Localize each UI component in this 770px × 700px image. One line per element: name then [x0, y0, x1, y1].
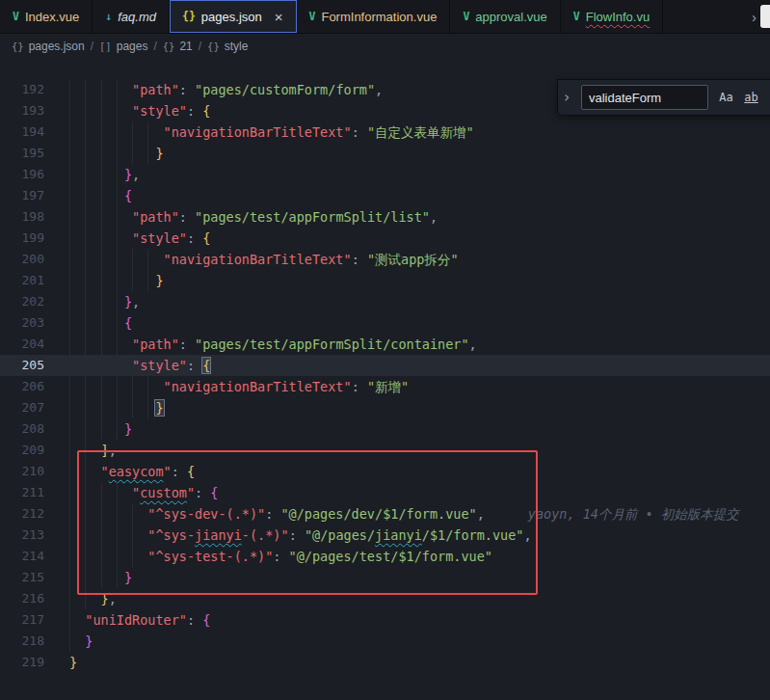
cutoff-panel[interactable]: [760, 5, 770, 28]
whole-word-icon[interactable]: ab: [741, 88, 761, 108]
line-number: 200: [0, 249, 44, 270]
breadcrumb-item-pages-json[interactable]: {}pages.json: [12, 40, 85, 53]
code-token: "pages/customForm/form": [195, 82, 375, 97]
code-line-content[interactable]: "^sys-test-(.*)": "@/pages/test/$1/form.…: [69, 546, 770, 567]
code-line-content[interactable]: "custom": {: [69, 482, 770, 503]
code-token: }: [155, 400, 163, 416]
indent-guide: [147, 397, 148, 418]
code-token: }: [85, 633, 93, 649]
code-line-content[interactable]: }: [69, 270, 770, 291]
indent-guide: [69, 525, 70, 546]
code-token: "style": [132, 103, 187, 119]
code-line-content[interactable]: },: [69, 291, 770, 312]
code-token: {: [202, 358, 210, 373]
code-line-content[interactable]: },: [69, 164, 770, 185]
tab-flowinfo-vu[interactable]: VFlowInfo.vu: [561, 0, 663, 33]
tab-approval-vue[interactable]: Vapproval.vue: [450, 0, 560, 33]
code-line-content[interactable]: }: [69, 652, 770, 673]
symbol-icon: {}: [12, 40, 24, 52]
indent-guide: [117, 228, 118, 249]
tab-bar: VIndex.vue↓faq.md{}pages.json×VFormInfor…: [0, 0, 770, 34]
line-number: 206: [0, 376, 44, 397]
code-line-content[interactable]: ],: [69, 440, 770, 461]
indent-guide: [117, 270, 118, 291]
indent-guide: [85, 121, 86, 143]
code-token: :: [172, 464, 187, 479]
breadcrumb-item-21[interactable]: {}21: [163, 40, 193, 53]
code-token: :: [352, 252, 367, 267]
indent-guide: [69, 482, 70, 503]
chevron-expand-icon[interactable]: ›: [560, 87, 573, 108]
indent-guide: [117, 206, 118, 228]
code-token: {: [124, 315, 132, 331]
indent-guide: [117, 79, 118, 100]
tab-index-vue[interactable]: VIndex.vue: [0, 0, 93, 33]
code-line-content[interactable]: {: [69, 185, 770, 206]
code-line-content[interactable]: "path": "pages/test/appFormSplit/contain…: [69, 334, 770, 355]
code-token: {: [202, 103, 210, 119]
code-line-content[interactable]: "easycom": {: [69, 461, 770, 482]
code-line-content[interactable]: "^sys-jianyi-(.*)": "@/pages/jianyi/$1/f…: [69, 525, 770, 546]
code-line-content[interactable]: "navigationBarTitleText": "新增": [69, 376, 770, 397]
line-number: 197: [0, 185, 44, 206]
line-number: 214: [0, 546, 44, 567]
indent-guide: [85, 503, 86, 525]
code-token: :: [187, 230, 202, 246]
line-number: 194: [0, 121, 44, 143]
indent-guide: [69, 588, 70, 609]
code-line-content[interactable]: "style": {: [69, 228, 770, 249]
breadcrumb-item-style[interactable]: {}style: [207, 40, 248, 53]
code-token: "path": [132, 337, 179, 352]
json-icon: {}: [182, 10, 196, 23]
indent-guide: [85, 376, 86, 397]
indent-guide: [69, 418, 70, 440]
code-line-content[interactable]: }: [69, 567, 770, 588]
indent-guide: [69, 334, 70, 355]
code-line-content[interactable]: "^sys-dev-(.*)": "@/pages/dev/$1/form.vu…: [69, 503, 770, 525]
code-line-content[interactable]: "uniIdRouter": {: [69, 609, 770, 631]
indent-guide: [101, 418, 102, 440]
code-token: :: [273, 549, 288, 564]
line-number: 204: [0, 334, 44, 355]
breadcrumb-label: 21: [179, 40, 192, 53]
code-token: ": [164, 464, 172, 479]
line-number: 215: [0, 567, 44, 588]
indent-guide: [117, 249, 118, 270]
chevron-right-icon[interactable]: ›: [752, 9, 757, 25]
tab-forminformation-vue[interactable]: VFormInformation.vue: [297, 0, 451, 33]
code-line-content[interactable]: "navigationBarTitleText": "自定义表单新增": [69, 121, 770, 143]
code-token: "path": [132, 82, 179, 97]
indent-guide: [69, 355, 70, 376]
code-line-content[interactable]: "navigationBarTitleText": "测试app拆分": [69, 249, 770, 270]
indent-guide: [69, 291, 70, 312]
code-line-content[interactable]: },: [69, 588, 770, 609]
close-icon[interactable]: ×: [275, 10, 283, 24]
tab-pages-json[interactable]: {}pages.json×: [170, 0, 297, 33]
breadcrumb-item-pages[interactable]: []pages: [99, 40, 147, 53]
code-line-content[interactable]: }: [69, 397, 770, 418]
code-line-content[interactable]: }: [69, 631, 770, 652]
code-line-content[interactable]: }: [69, 418, 770, 440]
match-case-icon[interactable]: Aa: [716, 88, 736, 108]
line-number: 199: [0, 228, 44, 249]
indent-guide: [85, 185, 86, 206]
regex-icon[interactable]: .*: [766, 88, 770, 108]
code-line-content[interactable]: }: [69, 143, 770, 164]
code-line: 206 "navigationBarTitleText": "新增": [0, 376, 770, 397]
indent-guide: [101, 376, 102, 397]
code-line: 194 "navigationBarTitleText": "自定义表单新增": [0, 121, 770, 143]
tab-faq-md[interactable]: ↓faq.md: [93, 0, 170, 33]
find-input[interactable]: [581, 85, 708, 110]
breadcrumb-label: pages.json: [29, 40, 85, 53]
indent-guide: [117, 482, 118, 503]
indent-guide: [117, 546, 118, 567]
code-line: 210 "easycom": {: [0, 461, 770, 482]
code-line-content[interactable]: "style": {: [69, 355, 770, 376]
indent-guide: [69, 546, 70, 567]
code-token: :: [187, 103, 202, 119]
line-number: 198: [0, 206, 44, 228]
code-line-content[interactable]: "path": "pages/test/appFormSplit/list",: [69, 206, 770, 228]
code-token: "^sys-: [147, 527, 195, 543]
code-line: 201 }: [0, 270, 770, 291]
code-line-content[interactable]: {: [69, 312, 770, 334]
